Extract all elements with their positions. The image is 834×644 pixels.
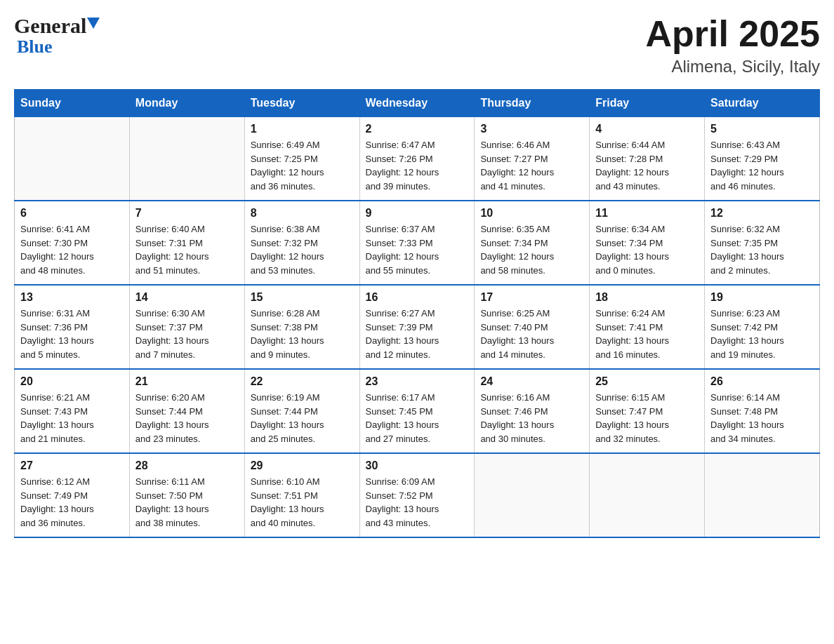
day-number: 2: [366, 123, 469, 135]
weekday-header-sunday: Sunday: [15, 90, 130, 117]
day-number: 3: [480, 123, 583, 135]
calendar-cell: 11Sunrise: 6:34 AMSunset: 7:34 PMDayligh…: [590, 201, 705, 285]
day-info: Sunrise: 6:47 AMSunset: 7:26 PMDaylight:…: [366, 138, 469, 193]
calendar-cell: 3Sunrise: 6:46 AMSunset: 7:27 PMDaylight…: [475, 117, 590, 201]
day-info: Sunrise: 6:25 AMSunset: 7:40 PMDaylight:…: [480, 307, 583, 361]
calendar-cell: 1Sunrise: 6:49 AMSunset: 7:25 PMDaylight…: [244, 117, 359, 201]
calendar-cell: 24Sunrise: 6:16 AMSunset: 7:46 PMDayligh…: [475, 369, 590, 453]
calendar-cell: [15, 117, 130, 201]
calendar-cell: 21Sunrise: 6:20 AMSunset: 7:44 PMDayligh…: [129, 369, 244, 453]
calendar-cell: 18Sunrise: 6:24 AMSunset: 7:41 PMDayligh…: [590, 285, 705, 369]
day-number: 24: [480, 375, 583, 388]
calendar-cell: 27Sunrise: 6:12 AMSunset: 7:49 PMDayligh…: [15, 453, 130, 537]
calendar-cell: [475, 453, 590, 537]
header: General Blue April 2025 Alimena, Sicily,…: [14, 14, 820, 76]
day-number: 7: [135, 207, 239, 220]
weekday-header-wednesday: Wednesday: [359, 90, 475, 117]
week-row-2: 6Sunrise: 6:41 AMSunset: 7:30 PMDaylight…: [15, 201, 820, 285]
calendar-cell: 25Sunrise: 6:15 AMSunset: 7:47 PMDayligh…: [590, 369, 705, 453]
day-number: 13: [20, 291, 124, 304]
day-number: 9: [366, 207, 469, 220]
calendar-cell: 17Sunrise: 6:25 AMSunset: 7:40 PMDayligh…: [475, 285, 590, 369]
day-info: Sunrise: 6:10 AMSunset: 7:51 PMDaylight:…: [251, 475, 354, 530]
day-number: 8: [251, 207, 354, 220]
calendar-cell: 19Sunrise: 6:23 AMSunset: 7:42 PMDayligh…: [705, 285, 820, 369]
day-number: 29: [251, 459, 354, 472]
day-info: Sunrise: 6:17 AMSunset: 7:45 PMDaylight:…: [366, 391, 469, 445]
day-number: 28: [135, 459, 239, 472]
day-number: 30: [366, 459, 469, 472]
calendar-cell: 13Sunrise: 6:31 AMSunset: 7:36 PMDayligh…: [15, 285, 130, 369]
week-row-3: 13Sunrise: 6:31 AMSunset: 7:36 PMDayligh…: [15, 285, 820, 369]
day-number: 12: [710, 207, 814, 220]
day-info: Sunrise: 6:32 AMSunset: 7:35 PMDaylight:…: [710, 222, 814, 277]
calendar-cell: [129, 117, 244, 201]
day-info: Sunrise: 6:43 AMSunset: 7:29 PMDaylight:…: [710, 138, 814, 193]
calendar-cell: [705, 453, 820, 537]
day-info: Sunrise: 6:12 AMSunset: 7:49 PMDaylight:…: [20, 475, 124, 530]
calendar-cell: 15Sunrise: 6:28 AMSunset: 7:38 PMDayligh…: [244, 285, 359, 369]
day-number: 6: [20, 207, 124, 220]
day-number: 21: [135, 375, 239, 388]
day-number: 27: [20, 459, 124, 472]
weekday-header-tuesday: Tuesday: [244, 90, 359, 117]
calendar-cell: 28Sunrise: 6:11 AMSunset: 7:50 PMDayligh…: [129, 453, 244, 537]
weekday-header-monday: Monday: [129, 90, 244, 117]
weekday-header-thursday: Thursday: [475, 90, 590, 117]
calendar-cell: 2Sunrise: 6:47 AMSunset: 7:26 PMDaylight…: [359, 117, 475, 201]
day-number: 10: [480, 207, 583, 220]
logo-general-text: General: [14, 14, 100, 38]
logo-triangle-icon: [87, 18, 100, 29]
day-number: 11: [595, 207, 699, 220]
day-info: Sunrise: 6:41 AMSunset: 7:30 PMDaylight:…: [20, 222, 124, 277]
day-number: 18: [595, 291, 699, 304]
day-info: Sunrise: 6:40 AMSunset: 7:31 PMDaylight:…: [135, 222, 239, 277]
calendar-title: April 2025: [645, 14, 820, 54]
day-number: 15: [251, 291, 354, 304]
day-info: Sunrise: 6:30 AMSunset: 7:37 PMDaylight:…: [135, 307, 239, 361]
calendar-subtitle: Alimena, Sicily, Italy: [645, 57, 820, 76]
calendar-cell: 30Sunrise: 6:09 AMSunset: 7:52 PMDayligh…: [359, 453, 475, 537]
calendar-cell: 10Sunrise: 6:35 AMSunset: 7:34 PMDayligh…: [475, 201, 590, 285]
calendar-cell: 14Sunrise: 6:30 AMSunset: 7:37 PMDayligh…: [129, 285, 244, 369]
weekday-header-row: SundayMondayTuesdayWednesdayThursdayFrid…: [15, 90, 820, 117]
day-info: Sunrise: 6:21 AMSunset: 7:43 PMDaylight:…: [20, 391, 124, 445]
day-info: Sunrise: 6:44 AMSunset: 7:28 PMDaylight:…: [595, 138, 699, 193]
day-number: 4: [595, 123, 699, 135]
day-number: 19: [710, 291, 814, 304]
day-info: Sunrise: 6:34 AMSunset: 7:34 PMDaylight:…: [595, 222, 699, 277]
day-info: Sunrise: 6:20 AMSunset: 7:44 PMDaylight:…: [135, 391, 239, 445]
calendar-cell: 23Sunrise: 6:17 AMSunset: 7:45 PMDayligh…: [359, 369, 475, 453]
day-number: 26: [710, 375, 814, 388]
day-info: Sunrise: 6:16 AMSunset: 7:46 PMDaylight:…: [480, 391, 583, 445]
day-info: Sunrise: 6:35 AMSunset: 7:34 PMDaylight:…: [480, 222, 583, 277]
day-info: Sunrise: 6:46 AMSunset: 7:27 PMDaylight:…: [480, 138, 583, 193]
day-info: Sunrise: 6:37 AMSunset: 7:33 PMDaylight:…: [366, 222, 469, 277]
day-info: Sunrise: 6:15 AMSunset: 7:47 PMDaylight:…: [595, 391, 699, 445]
week-row-5: 27Sunrise: 6:12 AMSunset: 7:49 PMDayligh…: [15, 453, 820, 537]
day-info: Sunrise: 6:23 AMSunset: 7:42 PMDaylight:…: [710, 307, 814, 361]
day-info: Sunrise: 6:09 AMSunset: 7:52 PMDaylight:…: [366, 475, 469, 530]
day-number: 17: [480, 291, 583, 304]
calendar-cell: 6Sunrise: 6:41 AMSunset: 7:30 PMDaylight…: [15, 201, 130, 285]
day-number: 16: [366, 291, 469, 304]
weekday-header-friday: Friday: [590, 90, 705, 117]
day-info: Sunrise: 6:11 AMSunset: 7:50 PMDaylight:…: [135, 475, 239, 530]
day-number: 1: [251, 123, 354, 135]
day-info: Sunrise: 6:24 AMSunset: 7:41 PMDaylight:…: [595, 307, 699, 361]
calendar-cell: 7Sunrise: 6:40 AMSunset: 7:31 PMDaylight…: [129, 201, 244, 285]
day-info: Sunrise: 6:27 AMSunset: 7:39 PMDaylight:…: [366, 307, 469, 361]
calendar-table: SundayMondayTuesdayWednesdayThursdayFrid…: [14, 89, 820, 538]
day-number: 23: [366, 375, 469, 388]
day-info: Sunrise: 6:14 AMSunset: 7:48 PMDaylight:…: [710, 391, 814, 445]
weekday-header-saturday: Saturday: [705, 90, 820, 117]
calendar-cell: 26Sunrise: 6:14 AMSunset: 7:48 PMDayligh…: [705, 369, 820, 453]
calendar-cell: 8Sunrise: 6:38 AMSunset: 7:32 PMDaylight…: [244, 201, 359, 285]
day-number: 5: [710, 123, 814, 135]
logo: General Blue: [14, 14, 100, 58]
calendar-cell: [590, 453, 705, 537]
svg-marker-0: [87, 18, 100, 29]
day-number: 22: [251, 375, 354, 388]
calendar-cell: 16Sunrise: 6:27 AMSunset: 7:39 PMDayligh…: [359, 285, 475, 369]
day-info: Sunrise: 6:19 AMSunset: 7:44 PMDaylight:…: [251, 391, 354, 445]
